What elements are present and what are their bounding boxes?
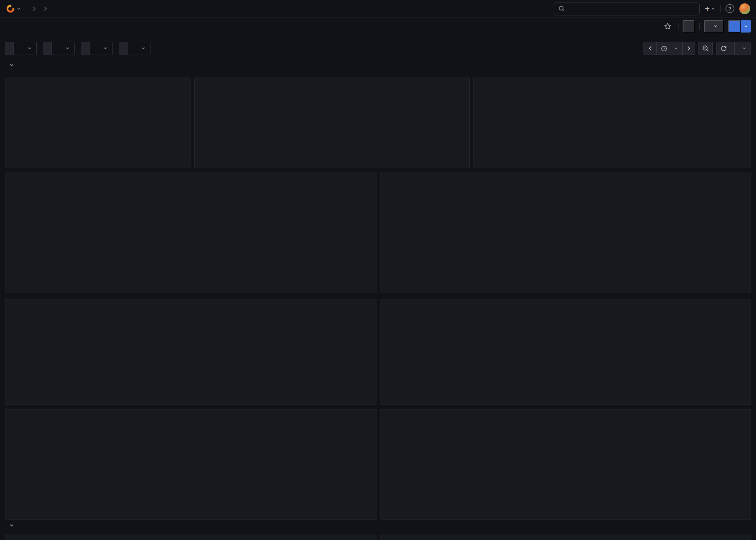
variable-triton-model[interactable] bbox=[119, 42, 150, 55]
divider bbox=[720, 5, 721, 13]
panel-requests-by-method bbox=[5, 409, 377, 520]
star-icon bbox=[664, 23, 671, 30]
chevron-down-icon bbox=[674, 46, 678, 50]
question-mark-icon: ? bbox=[728, 6, 731, 12]
variable-label bbox=[119, 42, 127, 55]
chevron-right-icon bbox=[32, 6, 36, 11]
panel-5xx-rate-by-method bbox=[381, 409, 751, 520]
refresh-group bbox=[716, 42, 751, 55]
panel-avg-request-size bbox=[5, 299, 377, 405]
chevron-down-icon bbox=[28, 46, 32, 50]
time-series-chart[interactable] bbox=[381, 312, 751, 404]
chevron-down-icon bbox=[141, 46, 145, 50]
panel-avg-response-size bbox=[381, 299, 751, 405]
star-dashboard-button[interactable] bbox=[661, 20, 674, 33]
chevron-down-icon bbox=[17, 7, 21, 11]
add-new-button[interactable]: + bbox=[705, 5, 715, 13]
variable-datasource[interactable] bbox=[5, 42, 37, 55]
variable-label bbox=[43, 42, 51, 55]
export-button[interactable] bbox=[704, 20, 724, 33]
time-series-chart[interactable] bbox=[381, 185, 751, 293]
variable-job[interactable] bbox=[43, 42, 75, 55]
user-avatar[interactable] bbox=[739, 3, 750, 14]
zoom-out-time-button[interactable] bbox=[698, 42, 713, 55]
time-series-chart[interactable] bbox=[5, 422, 377, 519]
refresh-interval-picker[interactable] bbox=[734, 42, 751, 55]
panel-rps-stat bbox=[5, 78, 190, 168]
global-search[interactable] bbox=[554, 2, 700, 15]
divider bbox=[678, 23, 678, 30]
section-row-nim-embeddings[interactable] bbox=[9, 63, 19, 68]
time-shift-back-button[interactable] bbox=[644, 42, 656, 55]
time-series-chart[interactable] bbox=[5, 185, 377, 293]
breadcrumb bbox=[28, 6, 51, 11]
time-series-chart[interactable] bbox=[195, 90, 469, 168]
search-input[interactable] bbox=[568, 5, 692, 12]
divider bbox=[699, 23, 700, 30]
panel-requests-by-http-status bbox=[194, 78, 470, 168]
clock-icon bbox=[661, 45, 667, 52]
dashboard-toolbar bbox=[661, 20, 751, 33]
variable-label bbox=[81, 42, 89, 55]
panel-active-requests bbox=[381, 172, 751, 293]
chevron-down-icon bbox=[103, 46, 108, 50]
chevron-right-icon bbox=[687, 46, 691, 51]
zoom-out-icon bbox=[702, 45, 709, 52]
help-button[interactable]: ? bbox=[726, 4, 734, 13]
chevron-down-icon bbox=[9, 523, 14, 528]
panel-error-rate-5xx bbox=[473, 78, 751, 168]
time-shift-forward-button[interactable] bbox=[682, 42, 695, 55]
chevron-down-icon bbox=[744, 24, 748, 28]
chevron-down-icon bbox=[65, 46, 70, 50]
refresh-icon bbox=[721, 45, 727, 52]
top-navbar: + ? bbox=[0, 0, 756, 18]
chevron-down-icon bbox=[713, 24, 718, 28]
chevron-down-icon bbox=[742, 46, 746, 50]
chevron-right-icon bbox=[43, 6, 47, 11]
dashboard-controls-row bbox=[5, 42, 751, 55]
edit-button[interactable] bbox=[683, 20, 695, 33]
time-range-group bbox=[643, 42, 695, 55]
variable-label bbox=[5, 42, 13, 55]
chevron-down-icon bbox=[9, 63, 14, 68]
search-icon bbox=[558, 5, 565, 12]
grafana-logo-icon bbox=[6, 4, 15, 13]
grafana-dashboard-page: + ? bbox=[0, 0, 756, 540]
share-button[interactable] bbox=[728, 20, 741, 33]
time-series-chart[interactable] bbox=[474, 90, 751, 168]
no-data-chart[interactable] bbox=[381, 422, 751, 519]
chevron-down-icon bbox=[711, 7, 715, 11]
panel-partial-right bbox=[381, 535, 751, 540]
chevron-left-icon bbox=[648, 46, 652, 51]
plus-icon: + bbox=[705, 5, 710, 13]
share-menu-button[interactable] bbox=[741, 20, 751, 33]
section-row-triton-inference-server[interactable] bbox=[9, 523, 19, 528]
stat-display bbox=[5, 90, 190, 168]
time-range-picker[interactable] bbox=[656, 42, 682, 55]
panel-partial-left bbox=[5, 535, 377, 540]
panel-latency-percentiles bbox=[5, 172, 377, 293]
refresh-button[interactable] bbox=[716, 42, 734, 55]
time-series-chart[interactable] bbox=[5, 312, 377, 404]
variable-http-target[interactable] bbox=[81, 42, 113, 55]
grafana-logo-button[interactable] bbox=[6, 4, 21, 13]
